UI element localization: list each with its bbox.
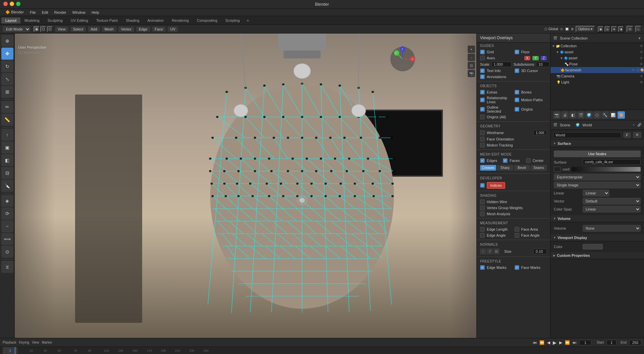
edge-marks-checkbox[interactable] <box>480 265 485 270</box>
rotate-tool[interactable]: ↻ <box>1 60 13 72</box>
grid-checkbox[interactable] <box>480 50 485 54</box>
tree-camera[interactable]: 📷 Camera 👁 <box>550 73 644 79</box>
world-name-input[interactable] <box>553 132 621 138</box>
select-menu[interactable]: Select <box>70 26 86 32</box>
menu-edit[interactable]: Edit <box>39 10 51 15</box>
normals-face-btn[interactable]: ⊡ <box>493 248 500 254</box>
close-button[interactable] <box>3 2 8 6</box>
bones-checkbox[interactable] <box>515 90 519 95</box>
modifier-props-btn[interactable]: 🔧 <box>601 111 609 119</box>
volume-select[interactable]: None <box>583 225 641 232</box>
subdivisions-input[interactable] <box>536 62 549 67</box>
minimize-button[interactable] <box>10 2 14 6</box>
workspace-rendering[interactable]: Rendering <box>168 17 193 23</box>
measure-tool[interactable]: 📏 <box>1 114 13 126</box>
camera-vis[interactable]: 👁 <box>639 74 644 78</box>
cursor-3d-checkbox[interactable] <box>515 68 519 73</box>
vector-select[interactable]: Default <box>583 198 641 204</box>
prev-keyframe-btn[interactable]: ◀ <box>547 340 550 345</box>
linear-select[interactable]: Linear <box>583 190 609 196</box>
custom-props-section-header[interactable]: ▶ Custom Properties <box>550 252 644 259</box>
hidden-wire-checkbox[interactable] <box>480 199 485 204</box>
overlay-toggle[interactable]: ⊙ <box>627 26 633 32</box>
edge-angle-checkbox[interactable] <box>480 233 485 238</box>
normals-vertex-btn[interactable]: ↑ <box>480 248 486 254</box>
prev-frame-btn[interactable]: ⏪ <box>539 340 544 345</box>
viewport-3d[interactable]: User Perspective (1) facemesh X Y Z + - … <box>15 34 476 338</box>
use-nodes-btn[interactable]: Use Nodes <box>554 151 641 157</box>
cursor-tool[interactable]: ⊕ <box>1 35 13 47</box>
workspace-modeling[interactable]: Modeling <box>20 17 44 23</box>
rel-lines-checkbox[interactable] <box>480 98 485 102</box>
mode-selector[interactable]: Edit Mode <box>3 26 30 32</box>
material-props-btn[interactable]: 🎨 <box>618 111 625 119</box>
transform-tool[interactable]: ⊞ <box>1 86 13 98</box>
light-vis[interactable]: 👁 <box>639 80 644 84</box>
add-world-btn[interactable]: + <box>633 123 635 127</box>
tree-facemesh[interactable]: 🔶 facemesh 👁 ⬡ 🎨 <box>550 67 644 73</box>
fake-user-btn[interactable]: F <box>623 132 631 138</box>
surface-value[interactable]: comfy_cafe_4k.exr <box>583 159 641 165</box>
smooth-tool[interactable]: ~ <box>1 220 13 232</box>
proportional-edit[interactable]: ⊚ <box>571 27 574 31</box>
projection-select[interactable]: Equirectangular <box>554 174 641 180</box>
facemesh-vis[interactable]: 👁 <box>631 68 636 72</box>
maximize-button[interactable] <box>16 2 20 6</box>
filter-btn[interactable]: ▼ <box>638 36 641 40</box>
loop-cut-tool[interactable]: ⊟ <box>1 167 13 179</box>
workspace-add-button[interactable]: + <box>244 18 252 23</box>
text-info-checkbox[interactable] <box>480 68 485 73</box>
axis-y-btn[interactable]: Y <box>532 56 539 60</box>
shear-tool[interactable]: ⧖ <box>1 261 13 273</box>
knife-tool[interactable]: 🔪 <box>1 180 13 192</box>
scale-input[interactable] <box>491 62 512 67</box>
sharp-tab[interactable]: Sharp <box>497 165 513 171</box>
workspace-sculpting[interactable]: Sculpting <box>44 17 67 23</box>
asset-vis-icon[interactable]: 👁 <box>639 50 644 54</box>
wireframe-input[interactable] <box>533 130 547 135</box>
motion-tracking-checkbox[interactable] <box>480 143 485 148</box>
viewport-gizmo[interactable]: X Y Z <box>389 46 416 72</box>
tree-light[interactable]: 💡 Light 👁 <box>550 79 644 85</box>
face-marks-checkbox[interactable] <box>515 265 519 270</box>
gizmo-toggle[interactable]: ⌂ <box>635 26 641 32</box>
object-props-btn[interactable]: ⬡ <box>593 111 601 119</box>
normals-loop-btn[interactable]: ⤴ <box>487 248 493 254</box>
wireframe-checkbox[interactable] <box>480 130 485 135</box>
tree-pose[interactable]: 🦴 Pose 👁 <box>550 61 644 67</box>
asset-child-vis[interactable]: 👁 <box>639 56 644 60</box>
start-frame-input[interactable] <box>606 340 617 345</box>
mesh-analysis-checkbox[interactable] <box>480 212 485 216</box>
face-area-checkbox[interactable] <box>515 227 519 232</box>
menu-render[interactable]: Render <box>52 10 69 15</box>
center-checkbox[interactable] <box>526 158 531 163</box>
zoom-out-btn[interactable]: - <box>468 54 475 61</box>
face-menu[interactable]: Face <box>152 26 166 32</box>
menu-window[interactable]: Window <box>70 10 88 15</box>
face-orientation-checkbox[interactable] <box>480 137 485 141</box>
single-image-select[interactable]: Single Image <box>554 182 641 188</box>
visibility-icon[interactable]: 👁 <box>639 44 644 48</box>
floor-checkbox[interactable] <box>515 50 519 54</box>
origins-checkbox[interactable] <box>515 107 519 112</box>
snapping[interactable]: 🔲 <box>565 27 569 31</box>
unlink-btn[interactable]: ✕ <box>633 132 641 138</box>
faces-checkbox[interactable] <box>503 158 508 163</box>
view-layer-props-btn[interactable]: ◧ <box>569 111 577 119</box>
extras-checkbox[interactable] <box>480 90 485 95</box>
play-btn[interactable]: ▶ <box>553 340 557 345</box>
end-frame-input[interactable] <box>629 340 641 345</box>
vp-color-swatch[interactable] <box>583 244 603 249</box>
tree-asset[interactable]: ▼ 🔷 asset 👁 <box>550 49 644 55</box>
edges-checkbox[interactable] <box>480 158 485 163</box>
zoom-in-btn[interactable]: + <box>468 46 475 53</box>
add-menu[interactable]: Add <box>88 26 100 32</box>
timeline-scrubber[interactable]: 1 10 30 50 70 90 110 130 150 170 190 210… <box>0 347 644 354</box>
workspace-layout[interactable]: Layout <box>1 17 20 23</box>
jump-start-btn[interactable]: ⏮ <box>533 340 537 345</box>
workspace-uv-editing[interactable]: UV Editing <box>67 17 92 23</box>
annotate-tool[interactable]: ✏ <box>1 101 13 113</box>
output-props-btn[interactable]: 🖨 <box>561 111 569 119</box>
outline-selected-checkbox[interactable] <box>480 107 485 112</box>
world-props-btn[interactable]: 🌍 <box>585 111 593 119</box>
